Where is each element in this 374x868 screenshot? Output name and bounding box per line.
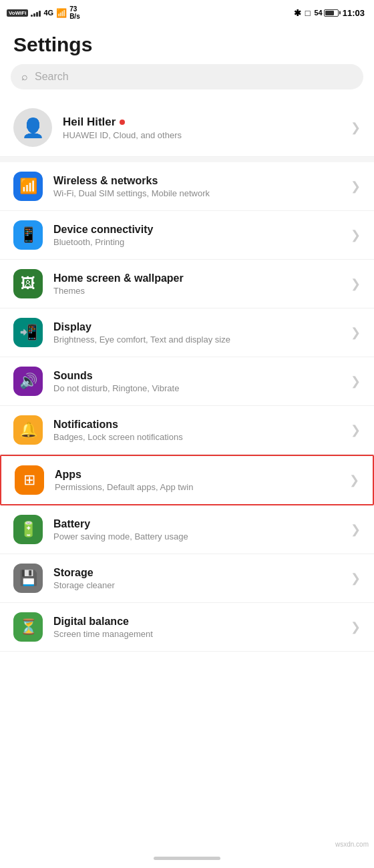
search-bar[interactable]: ⌕ Search xyxy=(11,64,363,89)
battery-title: Battery xyxy=(53,518,340,530)
apps-text: Apps Permissions, Default apps, App twin xyxy=(55,469,339,492)
apps-chevron-icon: ❯ xyxy=(349,473,359,487)
settings-item-apps[interactable]: ⊞ Apps Permissions, Default apps, App tw… xyxy=(0,455,374,505)
digitalbalance-sub: Screen time management xyxy=(53,629,340,639)
battery-fill xyxy=(325,11,335,15)
homescreen-chevron-icon: ❯ xyxy=(351,276,361,291)
battery-box xyxy=(324,9,339,17)
watermark: wsxdn.com xyxy=(335,841,369,848)
storage-sub: Storage cleaner xyxy=(53,580,340,590)
sounds-chevron-icon: ❯ xyxy=(351,374,361,389)
profile-name: Heil Hitler xyxy=(63,116,116,129)
screen-record-icon: □ xyxy=(305,8,311,18)
profile-section[interactable]: 👤 Heil Hitler HUAWEI ID, Cloud, and othe… xyxy=(0,99,374,157)
search-placeholder: Search xyxy=(35,71,69,83)
display-text: Display Brightness, Eye comfort, Text an… xyxy=(53,321,340,345)
settings-list: 📶 Wireless & networks Wi-Fi, Dual SIM se… xyxy=(0,162,374,652)
profile-status-dot xyxy=(120,120,125,125)
storage-chevron-icon: ❯ xyxy=(351,571,361,586)
digitalbalance-title: Digital balance xyxy=(53,616,340,628)
profile-info: Heil Hitler HUAWEI ID, Cloud, and others xyxy=(63,116,182,140)
digitalbalance-chevron-icon: ❯ xyxy=(351,620,361,634)
settings-item-homescreen[interactable]: 🖼 Home screen & wallpaper Themes ❯ xyxy=(0,260,374,308)
homescreen-title: Home screen & wallpaper xyxy=(53,272,340,284)
status-left: VoWiFi 4G 📶 73B/s xyxy=(7,5,80,20)
notifications-icon: 🔔 xyxy=(13,415,43,445)
storage-text: Storage Storage cleaner xyxy=(53,567,340,590)
settings-item-device[interactable]: 📱 Device connectivity Bluetooth, Printin… xyxy=(0,211,374,260)
signal-icon xyxy=(31,9,41,17)
battery-icon: 🔋 xyxy=(13,515,43,544)
device-text: Device connectivity Bluetooth, Printing xyxy=(53,224,340,247)
avatar-icon: 👤 xyxy=(21,117,45,139)
status-right: ✱ □ 54 11:03 xyxy=(294,8,365,18)
sounds-sub: Do not disturb, Ringtone, Vibrate xyxy=(53,383,340,393)
apps-icon: ⊞ xyxy=(15,465,44,495)
settings-item-storage[interactable]: 💾 Storage Storage cleaner ❯ xyxy=(0,554,374,603)
wifi-icon: 📶 xyxy=(56,8,67,18)
notifications-sub: Badges, Lock screen notifications xyxy=(53,432,340,442)
wireless-sub: Wi-Fi, Dual SIM settings, Mobile network xyxy=(53,188,340,198)
sounds-text: Sounds Do not disturb, Ringtone, Vibrate xyxy=(53,370,340,393)
display-sub: Brightness, Eye comfort, Text and displa… xyxy=(53,335,340,345)
settings-item-display[interactable]: 📲 Display Brightness, Eye comfort, Text … xyxy=(0,308,374,357)
home-indicator xyxy=(154,857,220,860)
speed-indicator: 73B/s xyxy=(69,5,80,20)
homescreen-icon: 🖼 xyxy=(13,269,43,298)
digitalbalance-icon: ⏳ xyxy=(13,612,43,642)
avatar: 👤 xyxy=(13,108,52,147)
apps-title: Apps xyxy=(55,469,339,481)
settings-item-digitalbalance[interactable]: ⏳ Digital balance Screen time management… xyxy=(0,603,374,652)
wireless-title: Wireless & networks xyxy=(53,175,340,187)
homescreen-text: Home screen & wallpaper Themes xyxy=(53,272,340,296)
profile-chevron-icon: ❯ xyxy=(351,120,361,135)
battery-level: 54 xyxy=(315,9,323,17)
apps-sub: Permissions, Default apps, App twin xyxy=(55,482,339,492)
device-title: Device connectivity xyxy=(53,224,340,236)
settings-item-sounds[interactable]: 🔊 Sounds Do not disturb, Ringtone, Vibra… xyxy=(0,357,374,406)
time-display: 11:03 xyxy=(343,8,365,18)
display-title: Display xyxy=(53,321,340,333)
battery-chevron-icon: ❯ xyxy=(351,522,361,537)
section-divider xyxy=(0,157,374,162)
bluetooth-icon: ✱ xyxy=(294,8,301,18)
homescreen-sub: Themes xyxy=(53,286,340,296)
digitalbalance-text: Digital balance Screen time management xyxy=(53,616,340,639)
wireless-text: Wireless & networks Wi-Fi, Dual SIM sett… xyxy=(53,175,340,198)
wireless-icon: 📶 xyxy=(13,172,43,201)
settings-item-battery[interactable]: 🔋 Battery Power saving mode, Battery usa… xyxy=(0,505,374,554)
battery-text: Battery Power saving mode, Battery usage xyxy=(53,518,340,541)
sounds-title: Sounds xyxy=(53,370,340,382)
device-chevron-icon: ❯ xyxy=(351,228,361,242)
notifications-text: Notifications Badges, Lock screen notifi… xyxy=(53,419,340,442)
storage-icon: 💾 xyxy=(13,564,43,593)
sounds-icon: 🔊 xyxy=(13,367,43,396)
notifications-title: Notifications xyxy=(53,419,340,431)
status-bar: VoWiFi 4G 📶 73B/s ✱ □ 54 11:03 xyxy=(0,0,374,24)
device-icon: 📱 xyxy=(13,220,43,250)
battery-sub: Power saving mode, Battery usage xyxy=(53,531,340,541)
storage-title: Storage xyxy=(53,567,340,579)
wireless-chevron-icon: ❯ xyxy=(351,179,361,194)
vowifi-badge: VoWiFi xyxy=(7,9,28,17)
display-chevron-icon: ❯ xyxy=(351,325,361,340)
network-type: 4G xyxy=(43,9,53,17)
profile-subtitle: HUAWEI ID, Cloud, and others xyxy=(63,130,182,140)
device-sub: Bluetooth, Printing xyxy=(53,237,340,247)
page-title: Settings xyxy=(0,24,374,64)
notifications-chevron-icon: ❯ xyxy=(351,423,361,437)
settings-item-wireless[interactable]: 📶 Wireless & networks Wi-Fi, Dual SIM se… xyxy=(0,162,374,211)
profile-name-row: Heil Hitler xyxy=(63,116,182,129)
search-icon: ⌕ xyxy=(21,71,28,83)
display-icon: 📲 xyxy=(13,318,43,347)
settings-item-notifications[interactable]: 🔔 Notifications Badges, Lock screen noti… xyxy=(0,406,374,455)
battery-indicator: 54 xyxy=(315,9,339,17)
